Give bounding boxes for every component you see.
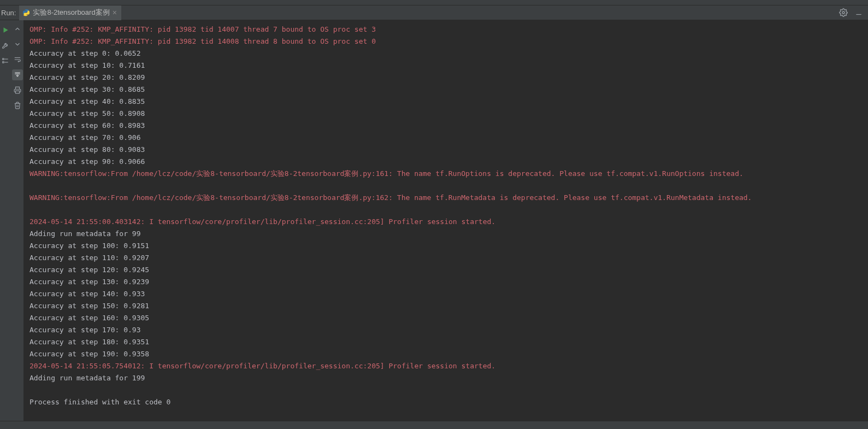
console-line: Accuracy at step 150: 0.9281 (29, 300, 868, 312)
minimize-icon[interactable] (854, 8, 864, 17)
console-line: Accuracy at step 60: 0.8983 (29, 120, 868, 132)
run-tab-label: 实验8-2tensorboard案例 (33, 8, 109, 17)
top-spacer (0, 0, 868, 5)
run-toolbar (11, 20, 24, 421)
console-line (29, 180, 868, 192)
console-line: Accuracy at step 50: 0.8908 (29, 108, 868, 120)
console-line: Accuracy at step 30: 0.8685 (29, 84, 868, 96)
svg-rect-4 (3, 62, 4, 63)
console-line: Accuracy at step 90: 0.9066 (29, 156, 868, 168)
svg-rect-11 (15, 91, 19, 93)
console-line: Accuracy at step 180: 0.9351 (29, 336, 868, 348)
console-line: Accuracy at step 190: 0.9358 (29, 348, 868, 360)
trash-icon[interactable] (12, 100, 23, 111)
run-tab[interactable]: 实验8-2tensorboard案例 × (19, 5, 121, 20)
run-left-gutter (0, 20, 11, 421)
run-tool-header: Run: 实验8-2tensorboard案例 × (0, 5, 868, 20)
run-header-right (839, 8, 868, 17)
console-line: Accuracy at step 160: 0.9305 (29, 312, 868, 324)
console-line: Accuracy at step 100: 0.9151 (29, 240, 868, 252)
console-line: Accuracy at step 120: 0.9245 (29, 264, 868, 276)
console-line: WARNING:tensorflow:From /home/lcz/code/实… (29, 192, 868, 204)
svg-rect-3 (3, 58, 4, 60)
python-icon (22, 9, 30, 16)
console-output[interactable]: OMP: Info #252: KMP_AFFINITY: pid 13982 … (24, 20, 868, 421)
console-line: Accuracy at step 20: 0.8209 (29, 72, 868, 84)
console-line: Accuracy at step 140: 0.933 (29, 288, 868, 300)
up-arrow-icon[interactable] (12, 23, 23, 34)
console-line: 2024-05-14 21:55:00.403142: I tensorflow… (29, 216, 868, 228)
console-line: Adding run metadata for 199 (29, 372, 868, 384)
structure-icon[interactable] (0, 55, 11, 66)
console-line (29, 204, 868, 216)
console-line: Accuracy at step 170: 0.93 (29, 324, 868, 336)
console-line: Accuracy at step 0: 0.0652 (29, 48, 868, 60)
console-line: WARNING:tensorflow:From /home/lcz/code/实… (29, 168, 868, 180)
console-line: Process finished with exit code 0 (29, 396, 868, 408)
console-line: OMP: Info #252: KMP_AFFINITY: pid 13982 … (29, 23, 868, 36)
console-line: Accuracy at step 40: 0.8835 (29, 96, 868, 108)
console-line: Accuracy at step 10: 0.7161 (29, 60, 868, 72)
console-line: Accuracy at step 80: 0.9083 (29, 144, 868, 156)
print-icon[interactable] (12, 85, 23, 96)
gear-icon[interactable] (839, 8, 848, 17)
close-icon[interactable]: × (113, 9, 117, 16)
scroll-to-end-icon[interactable] (12, 69, 23, 80)
status-bar (0, 421, 868, 429)
rerun-icon[interactable] (0, 25, 11, 36)
run-main-area: OMP: Info #252: KMP_AFFINITY: pid 13982 … (0, 20, 868, 421)
console-line: Accuracy at step 130: 0.9239 (29, 276, 868, 288)
wrench-icon[interactable] (0, 40, 11, 51)
console-line: OMP: Info #252: KMP_AFFINITY: pid 13982 … (29, 36, 868, 48)
console-line: 2024-05-14 21:55:05.754012: I tensorflow… (29, 360, 868, 372)
run-label: Run: (0, 9, 19, 17)
down-arrow-icon[interactable] (12, 39, 23, 50)
console-line (29, 384, 868, 396)
svg-point-0 (842, 11, 845, 14)
console-line: Accuracy at step 70: 0.906 (29, 132, 868, 144)
console-line: Adding run metadata for 99 (29, 228, 868, 240)
soft-wrap-icon[interactable] (12, 54, 23, 65)
svg-marker-2 (4, 27, 8, 32)
console-line: Accuracy at step 110: 0.9207 (29, 252, 868, 264)
